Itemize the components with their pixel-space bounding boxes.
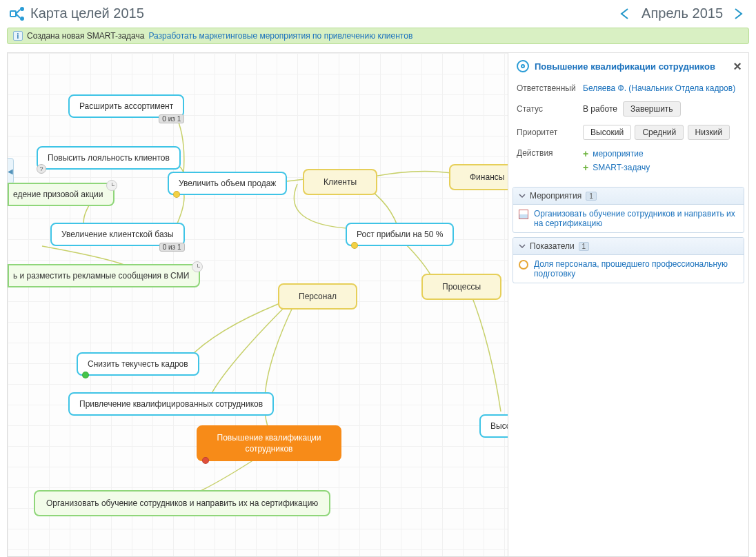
panel-header: Повышение квалификации сотрудников × [508, 53, 748, 78]
events-section-header[interactable]: Мероприятия 1 [513, 188, 744, 205]
indicator-icon [519, 260, 528, 270]
indicators-count: 1 [579, 242, 590, 251]
panel-properties: Ответственный Беляева Ф. (Начальник Отде… [508, 78, 748, 185]
responsible-label: Ответственный [517, 83, 583, 93]
indicators-item-link[interactable]: Доля персонала, прошедшего профессиональ… [534, 259, 738, 278]
status-label: Статус [517, 104, 583, 114]
question-icon: ? [37, 164, 46, 174]
node-personal[interactable]: Персонал [278, 283, 357, 310]
node-rasshirit-assortiment[interactable]: Расширить ассортимент 0 из 1 [68, 94, 184, 118]
close-panel-button[interactable]: × [733, 59, 742, 74]
complete-button[interactable]: Завершить [623, 101, 681, 117]
priority-label: Приоритет [517, 128, 583, 137]
actions-label: Действия [517, 148, 583, 158]
notification-bar: i Создана новая SMART-задача Разработать… [7, 28, 749, 44]
expand-sidebar-tab[interactable]: ◀ [7, 158, 14, 184]
page-title-group: Карта целей 2015 [10, 6, 144, 21]
info-icon: i [13, 31, 23, 41]
priority-mid-button[interactable]: Средний [635, 125, 684, 140]
clock-icon [192, 261, 203, 272]
node-tekuchest[interactable]: Снизить текучесть кадров [77, 352, 199, 376]
indicators-section-header[interactable]: Показатели 1 [513, 238, 744, 255]
responsible-link[interactable]: Беляева Ф. (Начальник Отдела кадров) [583, 83, 735, 93]
add-smart-task-action[interactable]: + SMART-задачу [583, 162, 740, 173]
svg-rect-0 [10, 11, 16, 17]
chevron-down-icon [519, 192, 526, 199]
node-rost-pribyli[interactable]: Рост прибыли на 50 % [346, 223, 454, 246]
chevron-down-icon [519, 243, 526, 250]
notification-text: Создана новая SMART-задача [27, 31, 144, 41]
svg-point-3 [21, 8, 23, 10]
node-processy[interactable]: Процессы [421, 274, 501, 300]
events-section: Мероприятия 1 Организовать обучение сотр… [513, 187, 744, 233]
map-icon [10, 6, 25, 21]
node-privlechenie[interactable]: Привлечение квалифицированных сотруднико… [68, 392, 274, 416]
mindmap-canvas[interactable]: ◀ Расширить ассортимент 0 из 1 Повысить … [7, 52, 749, 557]
node-obuchenie[interactable]: Организовать обучение сотрудников и напр… [34, 490, 330, 516]
calendar-icon [519, 210, 528, 219]
next-month-button[interactable] [730, 7, 746, 21]
indicators-section: Показатели 1 Доля персонала, прошедшего … [513, 237, 744, 283]
panel-title: Повышение квалификации сотрудников [535, 61, 715, 72]
plus-icon: + [583, 162, 588, 173]
prev-month-button[interactable] [618, 7, 635, 21]
header: Карта целей 2015 Апрель 2015 [0, 0, 756, 28]
clock-icon [106, 180, 117, 191]
month-label: Апрель 2015 [641, 6, 723, 21]
page-title: Карта целей 2015 [30, 6, 144, 21]
status-dot-yellow [351, 242, 358, 249]
priority-high-button[interactable]: Высокий [583, 125, 631, 140]
status-dot-yellow [173, 191, 180, 198]
node-loyalnost[interactable]: Повысить лояльность клиентов ? [37, 146, 181, 170]
priority-low-button[interactable]: Низкий [688, 125, 730, 140]
node-klienty[interactable]: Клиенты [303, 169, 377, 195]
events-count: 1 [586, 192, 597, 201]
node-priz[interactable]: едение призовой акции [8, 183, 115, 206]
node-povyshenie-kvalifikacii[interactable]: Повышение квалификации сотрудников [197, 425, 341, 461]
badge-count: 0 из 1 [159, 114, 184, 123]
add-event-action[interactable]: + мероприятие [583, 148, 740, 159]
status-dot-green [82, 372, 89, 378]
svg-point-4 [21, 17, 23, 20]
month-navigator: Апрель 2015 [618, 6, 746, 21]
node-klientskaya-baza[interactable]: Увеличение клиентской базы 0 из 1 [50, 223, 185, 246]
node-smi[interactable]: ь и разместить рекламные сообщения в СМИ [8, 264, 200, 287]
details-panel: Повышение квалификации сотрудников × Отв… [508, 53, 748, 556]
target-icon [517, 60, 529, 72]
badge-count: 0 из 1 [159, 243, 185, 252]
status-dot-red [202, 457, 209, 464]
node-uvelichit-prodazh[interactable]: Увеличить объем продаж [168, 172, 287, 195]
plus-icon: + [583, 148, 588, 159]
events-item-link[interactable]: Организовать обучение сотрудников и напр… [534, 209, 738, 228]
status-value: В работе [583, 104, 617, 114]
notification-link[interactable]: Разработать маркетинговые мероприятия по… [148, 31, 412, 41]
